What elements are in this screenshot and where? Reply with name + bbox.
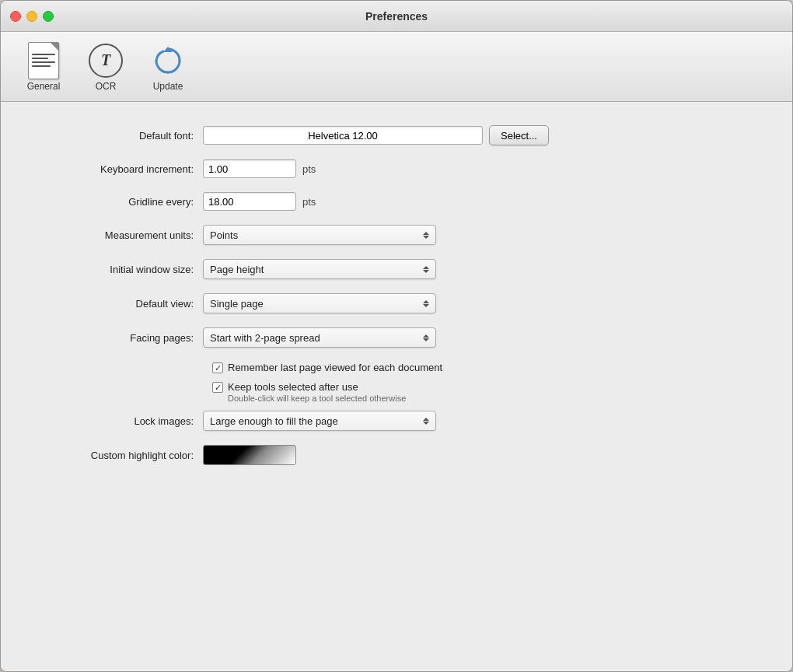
keyboard-increment-controls: pts <box>203 159 316 178</box>
dropdown-arrow-icon <box>423 300 429 307</box>
keep-tools-label: Keep tools selected after use <box>228 381 406 393</box>
gridline-controls: pts <box>203 192 316 211</box>
maximize-button[interactable] <box>43 11 54 22</box>
default-view-label: Default view: <box>47 298 203 310</box>
keyboard-increment-unit: pts <box>302 163 316 175</box>
toolbar-update-label: Update <box>153 81 183 92</box>
titlebar: Preferences <box>1 1 792 32</box>
checkmark-icon: ✓ <box>215 383 222 393</box>
keyboard-increment-label: Keyboard increment: <box>47 163 203 175</box>
toolbar-item-general[interactable]: General <box>16 37 71 96</box>
initial-window-size-label: Initial window size: <box>47 264 203 275</box>
ocr-icon: T <box>87 42 124 79</box>
initial-window-size-dropdown[interactable]: Page height <box>203 259 436 279</box>
toolbar: General T OCR Update <box>1 32 792 102</box>
toolbar-general-label: General <box>27 81 61 92</box>
facing-pages-row: Facing pages: Start with 2-page spread <box>47 327 746 348</box>
toolbar-item-update[interactable]: Update <box>141 37 195 96</box>
facing-pages-dropdown[interactable]: Start with 2-page spread <box>203 327 436 348</box>
gridline-row: Gridline every: pts <box>47 192 746 211</box>
remember-last-page-row: ✓ Remember last page viewed for each doc… <box>212 362 746 373</box>
measurement-units-row: Measurement units: Points <box>47 225 746 245</box>
toolbar-ocr-label: OCR <box>96 81 117 92</box>
lock-images-value: Large enough to fill the page <box>210 415 338 427</box>
facing-pages-value: Start with 2-page spread <box>210 332 320 344</box>
preferences-window: Preferences General T OCR <box>0 0 793 672</box>
close-button[interactable] <box>10 11 21 22</box>
default-view-row: Default view: Single page <box>47 293 746 313</box>
default-font-controls: Select... <box>203 125 549 145</box>
window-controls <box>10 11 54 22</box>
facing-pages-label: Facing pages: <box>47 332 203 344</box>
measurement-units-label: Measurement units: <box>47 229 203 241</box>
gridline-unit: pts <box>302 196 316 208</box>
default-font-row: Default font: Select... <box>47 125 746 145</box>
measurement-units-dropdown[interactable]: Points <box>203 225 436 245</box>
update-icon <box>149 42 187 79</box>
toolbar-item-ocr[interactable]: T OCR <box>79 37 133 96</box>
content-area: Default font: Select... Keyboard increme… <box>1 102 792 671</box>
select-font-button[interactable]: Select... <box>489 125 549 145</box>
remember-last-page-text: Remember last page viewed for each docum… <box>228 362 442 373</box>
highlight-color-label: Custom highlight color: <box>47 450 203 461</box>
lock-images-dropdown[interactable]: Large enough to fill the page <box>203 411 436 431</box>
minimize-button[interactable] <box>26 11 37 22</box>
keep-tools-row: ✓ Keep tools selected after use Double-c… <box>212 381 746 403</box>
default-view-dropdown[interactable]: Single page <box>203 293 436 313</box>
dropdown-arrow-icon <box>423 334 429 341</box>
initial-window-size-value: Page height <box>210 264 264 275</box>
keep-tools-sublabel: Double-click will keep a tool selected o… <box>228 394 406 403</box>
gridline-input[interactable] <box>203 192 296 211</box>
dropdown-arrow-icon <box>423 266 429 273</box>
measurement-units-value: Points <box>210 229 238 241</box>
general-icon <box>25 42 62 79</box>
keyboard-increment-input[interactable] <box>203 159 296 178</box>
keep-tools-checkbox[interactable]: ✓ <box>212 382 223 393</box>
gridline-label: Gridline every: <box>47 196 203 208</box>
keyboard-increment-row: Keyboard increment: pts <box>47 159 746 178</box>
lock-images-label: Lock images: <box>47 415 203 427</box>
keep-tools-text: Keep tools selected after use Double-cli… <box>228 381 406 403</box>
highlight-color-row: Custom highlight color: <box>47 445 746 465</box>
default-view-value: Single page <box>210 298 264 310</box>
window-title: Preferences <box>365 10 428 23</box>
remember-last-page-checkbox[interactable]: ✓ <box>212 362 223 373</box>
default-font-label: Default font: <box>47 130 203 142</box>
default-font-input[interactable] <box>203 126 483 145</box>
lock-images-row: Lock images: Large enough to fill the pa… <box>47 411 746 431</box>
remember-last-page-label: Remember last page viewed for each docum… <box>228 362 442 373</box>
highlight-color-swatch[interactable] <box>203 445 296 465</box>
initial-window-size-row: Initial window size: Page height <box>47 259 746 279</box>
dropdown-arrow-icon <box>423 418 429 425</box>
dropdown-arrow-icon <box>423 232 429 239</box>
checkmark-icon: ✓ <box>215 363 222 373</box>
